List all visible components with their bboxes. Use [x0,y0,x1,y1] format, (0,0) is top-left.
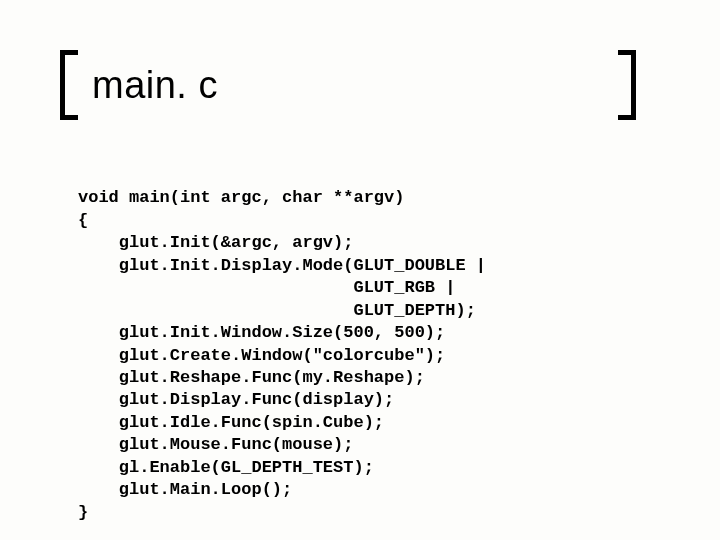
code-line: glut.Create.Window("colorcube"); [78,346,445,365]
slide-title-wrap: main. c [60,50,224,120]
code-line: glut.Init(&argc, argv); [78,233,353,252]
code-line: } [78,503,88,522]
slide-title: main. c [86,64,224,107]
code-line: gl.Enable(GL_DEPTH_TEST); [78,458,374,477]
code-line: glut.Init.Window.Size(500, 500); [78,323,445,342]
code-line: void main(int argc, char **argv) [78,188,404,207]
code-block: void main(int argc, char **argv) { glut.… [78,165,486,524]
bracket-left-icon [60,50,78,120]
code-line: glut.Init.Display.Mode(GLUT_DOUBLE | [78,256,486,275]
code-line: GLUT_RGB | [78,278,455,297]
code-line: GLUT_DEPTH); [78,301,476,320]
bracket-right-icon [618,50,636,120]
code-line: glut.Mouse.Func(mouse); [78,435,353,454]
code-line: glut.Idle.Func(spin.Cube); [78,413,384,432]
code-line: glut.Main.Loop(); [78,480,292,499]
code-line: glut.Reshape.Func(my.Reshape); [78,368,425,387]
code-line: { [78,211,88,230]
code-line: glut.Display.Func(display); [78,390,394,409]
